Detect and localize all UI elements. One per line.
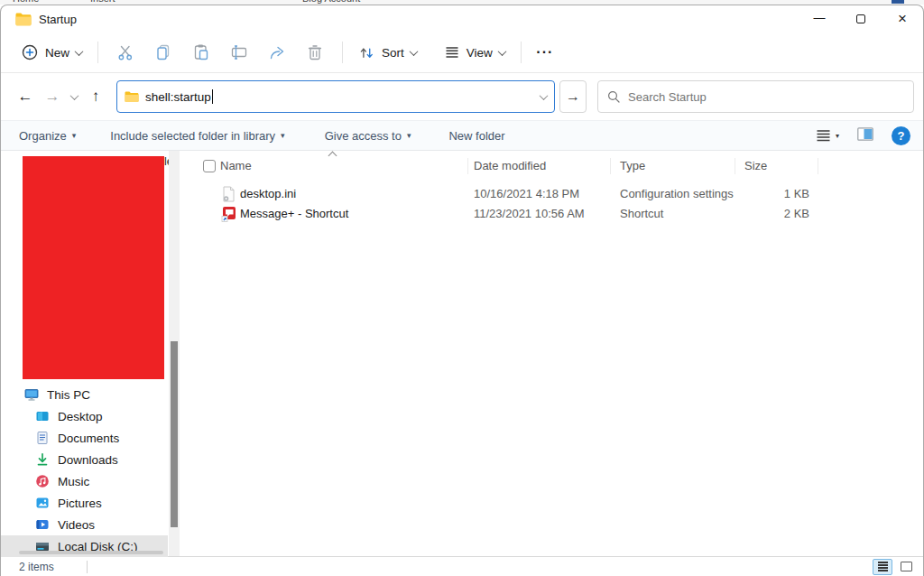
- sort-button[interactable]: Sort: [351, 39, 424, 67]
- change-view-button[interactable]: ▾: [816, 129, 839, 143]
- folder-icon: [125, 91, 139, 103]
- rename-icon: [230, 43, 248, 61]
- desktop-icon: [35, 409, 50, 423]
- sidebar-item-label: Desktop: [58, 410, 103, 423]
- file-type: Shortcut: [620, 207, 663, 220]
- sidebar-item-desktop[interactable]: Desktop: [1, 405, 168, 427]
- chevron-down-icon: [69, 91, 79, 100]
- dropdown-arrow-icon: ▾: [281, 131, 285, 140]
- sidebar-item-label: This PC: [47, 388, 90, 402]
- sort-label: Sort: [382, 46, 404, 60]
- address-bar[interactable]: shell:startup: [116, 80, 555, 113]
- rename-button[interactable]: [220, 37, 258, 68]
- view-label: View: [467, 46, 493, 60]
- chevron-down-icon: [75, 47, 84, 56]
- sidebar-item-label: Downloads: [58, 453, 118, 467]
- delete-button[interactable]: [296, 37, 334, 68]
- file-row[interactable]: desktop.ini 10/16/2021 4:18 PM Configura…: [185, 184, 916, 204]
- paste-icon: [192, 43, 210, 61]
- back-button[interactable]: ←: [12, 82, 39, 111]
- dropdown-arrow-icon: ▾: [836, 132, 839, 140]
- shortcut-file-icon: [221, 206, 236, 222]
- select-all-checkbox[interactable]: [203, 160, 216, 172]
- chevron-down-icon: [409, 47, 418, 56]
- minimize-button[interactable]: —: [799, 5, 840, 33]
- column-header-type[interactable]: Type: [620, 159, 645, 172]
- chevron-down-icon[interactable]: [540, 91, 549, 100]
- background-tab: Blog Account: [302, 0, 360, 4]
- sidebar-item-downloads[interactable]: Downloads: [1, 449, 168, 470]
- search-input[interactable]: [628, 90, 904, 104]
- file-list: Name Date modified Type Size desktop.ini: [185, 151, 923, 556]
- go-button[interactable]: →: [559, 80, 587, 113]
- column-divider[interactable]: [467, 158, 468, 174]
- dropdown-arrow-icon: ▾: [72, 131, 77, 140]
- up-button[interactable]: ↑: [82, 82, 109, 111]
- new-button[interactable]: New: [14, 38, 89, 67]
- file-row[interactable]: Message+ - Shortcut 11/23/2021 10:56 AM …: [185, 204, 916, 224]
- paste-button[interactable]: [182, 37, 220, 68]
- title-bar: Startup — ×: [1, 5, 923, 33]
- sidebar-item-documents[interactable]: Documents: [1, 427, 168, 449]
- search-icon: [607, 90, 620, 103]
- status-bar: 2 items: [1, 556, 923, 576]
- sidebar-horizontal-scrollbar[interactable]: [19, 551, 163, 554]
- more-options-button[interactable]: ···: [530, 37, 560, 68]
- cut-button[interactable]: [106, 37, 144, 68]
- file-date-modified: 11/23/2021 10:56 AM: [474, 207, 585, 220]
- chevron-down-icon: [497, 47, 506, 56]
- column-divider[interactable]: [735, 158, 735, 174]
- view-button[interactable]: View: [437, 39, 513, 66]
- maximize-icon: [856, 14, 865, 23]
- copy-icon: [154, 43, 172, 61]
- share-icon: [268, 43, 286, 61]
- sidebar-item-this-pc[interactable]: This PC: [1, 384, 168, 405]
- new-folder-button[interactable]: New folder: [448, 129, 504, 143]
- sidebar-item-pictures[interactable]: Pictures: [1, 492, 168, 514]
- close-button[interactable]: ×: [882, 5, 923, 33]
- cut-icon: [116, 43, 134, 61]
- list-view-icon: [816, 129, 831, 143]
- column-divider[interactable]: [610, 158, 611, 174]
- include-in-library-menu[interactable]: Include selected folder in library▾: [110, 129, 284, 143]
- sidebar-item-videos[interactable]: Videos: [1, 514, 168, 535]
- search-box[interactable]: [597, 80, 914, 113]
- organize-menu[interactable]: Organize▾: [19, 129, 76, 143]
- sidebar-item-label: Videos: [58, 518, 95, 532]
- new-label: New: [45, 46, 69, 60]
- column-header-date-modified[interactable]: Date modified: [474, 159, 546, 172]
- navigation-bar: ← → ↑ shell:startup →: [1, 73, 923, 120]
- column-divider[interactable]: [818, 158, 818, 174]
- column-header-size[interactable]: Size: [744, 159, 767, 172]
- large-icons-view-toggle[interactable]: [896, 559, 916, 575]
- help-button[interactable]: ?: [892, 126, 910, 145]
- main-area: le This PC Desktop: [1, 151, 923, 556]
- details-view-toggle[interactable]: [873, 559, 892, 575]
- give-access-menu[interactable]: Give access to▾: [325, 129, 411, 143]
- divider: [521, 42, 522, 63]
- forward-button[interactable]: →: [39, 82, 66, 111]
- maximize-button[interactable]: [840, 5, 882, 33]
- up-icon: ↑: [92, 88, 100, 106]
- column-header-name[interactable]: Name: [220, 159, 252, 172]
- scrollbar-thumb[interactable]: [171, 341, 178, 527]
- preview-pane-button[interactable]: [857, 127, 873, 144]
- file-name: Message+ - Shortcut: [240, 207, 348, 220]
- file-name: desktop.ini: [240, 187, 296, 200]
- items-count: 2 items: [19, 561, 54, 573]
- sort-icon: [358, 44, 375, 61]
- recent-locations-button[interactable]: [66, 82, 82, 111]
- toolbar: New: [1, 33, 923, 73]
- file-date-modified: 10/16/2021 4:18 PM: [474, 187, 579, 200]
- share-button[interactable]: [258, 37, 296, 68]
- pictures-icon: [35, 496, 50, 510]
- copy-button[interactable]: [144, 37, 182, 68]
- sidebar-vertical-scrollbar[interactable]: [169, 151, 180, 556]
- forward-icon: →: [45, 88, 60, 106]
- view-list-icon: [444, 44, 460, 60]
- redacted-block: [23, 156, 164, 379]
- ini-file-icon: [221, 186, 236, 202]
- sidebar-item-music[interactable]: Music: [1, 470, 168, 492]
- divider: [87, 561, 88, 573]
- go-arrow-icon: →: [566, 88, 580, 105]
